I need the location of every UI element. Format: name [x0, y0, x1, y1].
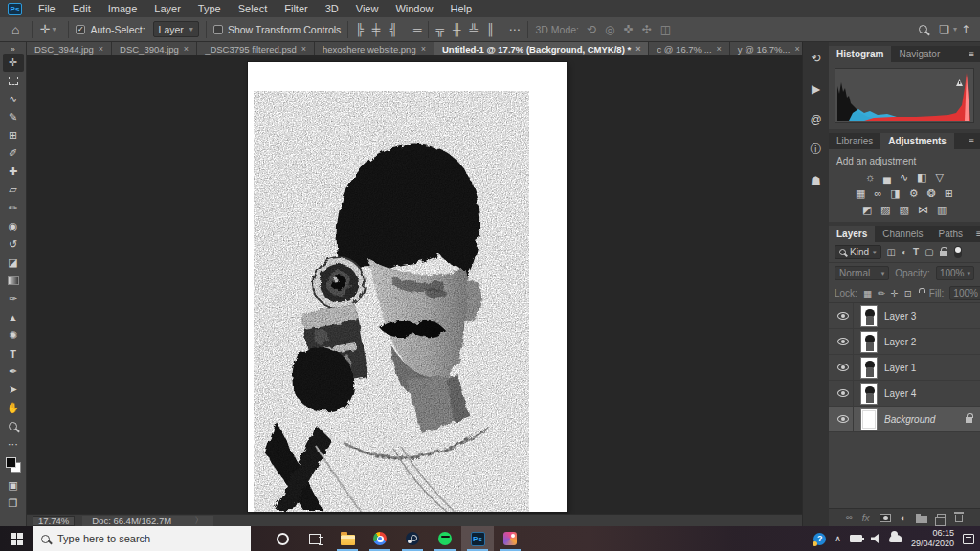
tab-y-channel[interactable]: y @ 16.7%...× — [730, 42, 809, 55]
close-icon[interactable]: × — [794, 44, 799, 54]
smudge-tool[interactable]: ✑ — [3, 290, 24, 308]
character-panel-icon[interactable]: @ — [807, 111, 826, 128]
align-top-edges-icon[interactable]: ═ — [413, 24, 422, 35]
eraser-tool[interactable]: ◪ — [3, 253, 24, 272]
share-icon[interactable]: ↥ — [961, 24, 970, 35]
tab-c-channel[interactable]: c @ 16.7% ...× — [649, 42, 729, 55]
chevron-down-icon[interactable]: ▾ — [52, 26, 56, 33]
lock-position-icon[interactable]: ✛ — [891, 288, 899, 298]
action-center-icon[interactable] — [963, 534, 974, 544]
filter-shape-layers-icon[interactable]: ▢ — [924, 247, 933, 257]
tab-histogram[interactable]: Histogram — [829, 46, 891, 62]
file-explorer-button[interactable] — [331, 526, 364, 551]
vibrance-icon[interactable]: ▽ — [936, 172, 944, 183]
cortana-button[interactable] — [266, 526, 299, 551]
marquee-tool[interactable] — [3, 72, 24, 90]
auto-select-target-dropdown[interactable]: Layer ▾ — [153, 21, 199, 37]
layer-thumbnail[interactable] — [860, 305, 878, 327]
photoshop-logo-icon[interactable]: Ps — [8, 3, 22, 15]
menu-edit[interactable]: Edit — [64, 1, 100, 16]
color-swatches[interactable] — [6, 457, 21, 473]
steam-button[interactable] — [396, 526, 429, 551]
search-icon[interactable] — [919, 25, 927, 33]
tab-dsc-3904[interactable]: DSC_3904.jpg× — [112, 42, 197, 55]
tab-adjustments[interactable]: Adjustments — [880, 133, 954, 149]
history-brush-tool[interactable]: ↺ — [3, 235, 24, 253]
taskbar-search[interactable]: Type here to search — [33, 526, 251, 551]
chrome-button[interactable] — [364, 526, 396, 551]
color-balance-icon[interactable]: ∞ — [874, 188, 881, 199]
show-transform-checkbox[interactable] — [213, 25, 223, 34]
layer-list-empty-area[interactable] — [829, 432, 980, 508]
menu-select[interactable]: Select — [230, 1, 277, 16]
channel-mixer-icon[interactable]: ❂ — [927, 188, 936, 199]
visibility-toggle[interactable] — [833, 355, 854, 380]
panel-menu-icon[interactable]: ≡ — [963, 133, 980, 149]
tray-chevron-up-icon[interactable]: ∧ — [835, 534, 841, 543]
move-tool-preset-icon[interactable]: ✛ — [39, 23, 50, 35]
visibility-toggle[interactable] — [833, 303, 854, 328]
color-lookup-icon[interactable]: ⊞ — [945, 188, 953, 199]
link-layers-icon[interactable]: ∞ — [846, 513, 853, 522]
edit-toolbar-button[interactable]: ⋯ — [3, 435, 24, 453]
add-layer-mask-icon[interactable] — [880, 514, 891, 522]
layer-row-layer2[interactable]: Layer 2 — [829, 329, 980, 355]
layer-row-layer3[interactable]: Layer 3 — [829, 303, 980, 329]
close-icon[interactable]: × — [184, 44, 189, 54]
tab-navigator[interactable]: Navigator — [891, 46, 947, 62]
layer-thumbnail[interactable] — [860, 331, 878, 353]
crop-tool[interactable]: ⊞ — [3, 126, 24, 144]
onedrive-icon[interactable] — [889, 535, 902, 542]
photo-filter-icon[interactable]: ⚙ — [909, 188, 919, 199]
actions-panel-icon[interactable]: ▶ — [807, 80, 826, 98]
move-tool[interactable]: ✛ — [3, 54, 24, 72]
invert-icon[interactable]: ◩ — [862, 205, 872, 215]
visibility-toggle[interactable] — [833, 329, 854, 354]
opacity-field[interactable]: 100% ▾ — [936, 266, 974, 280]
sponge-tool[interactable]: ✺ — [3, 326, 24, 344]
menu-file[interactable]: File — [30, 1, 64, 16]
selective-color-icon[interactable]: ▥ — [937, 205, 947, 215]
tab-paths[interactable]: Paths — [931, 226, 971, 242]
layer-filter-kind-dropdown[interactable]: Kind ▾ — [835, 245, 881, 259]
exposure-icon[interactable]: ◧ — [917, 172, 926, 183]
layer-thumbnail[interactable] — [860, 383, 878, 405]
tab-hexoshere-website[interactable]: hexoshere website.png× — [315, 42, 434, 55]
clone-stamp-tool[interactable]: ◉ — [3, 217, 24, 235]
menu-3d[interactable]: 3D — [317, 1, 347, 16]
menu-window[interactable]: Window — [387, 1, 441, 16]
levels-icon[interactable]: ▄ — [883, 172, 891, 183]
close-icon[interactable]: × — [635, 44, 640, 54]
menu-filter[interactable]: Filter — [276, 1, 316, 16]
lock-artboard-icon[interactable]: ⊡ — [904, 288, 912, 298]
layer-row-background-selected[interactable]: Background — [829, 407, 980, 432]
clone-source-panel-icon[interactable]: ☗ — [807, 172, 826, 189]
zoom-level-field[interactable]: 17.74% — [33, 516, 75, 526]
layer-row-layer1[interactable]: Layer 1 — [829, 355, 980, 381]
blend-mode-dropdown[interactable]: Normal ▾ — [835, 266, 889, 280]
workspace-switcher-icon[interactable]: ❏ — [939, 24, 949, 35]
doc-size-readout[interactable]: Doc: 66.4M/162.7M 〉 — [82, 516, 212, 526]
spot-healing-brush-tool[interactable]: ✚ — [3, 163, 24, 181]
gradient-tool[interactable] — [3, 272, 24, 290]
brush-tool[interactable]: ✏ — [3, 199, 24, 217]
speaker-icon[interactable] — [871, 534, 880, 543]
canvas-pasteboard[interactable] — [27, 55, 802, 514]
tab-dsc-3944[interactable]: DSC_3944.jpg× — [27, 42, 112, 55]
black-white-icon[interactable]: ◨ — [890, 188, 900, 199]
lasso-tool[interactable]: ∿ — [3, 90, 24, 108]
layer-effects-icon[interactable]: fx — [862, 513, 870, 523]
object-selection-tool[interactable]: ✎ — [3, 108, 24, 126]
align-horizontal-centers-icon[interactable]: ╪ — [372, 24, 381, 35]
align-left-edges-icon[interactable]: ╠ — [355, 24, 364, 35]
history-panel-icon[interactable]: ⟲ — [807, 50, 826, 67]
menu-help[interactable]: Help — [442, 1, 481, 16]
new-layer-icon[interactable] — [937, 514, 946, 521]
threshold-icon[interactable]: ▧ — [900, 205, 909, 215]
taskbar-clock[interactable]: 06:15 29/04/2020 — [911, 528, 954, 549]
tab-libraries[interactable]: Libraries — [829, 133, 880, 149]
layer-thumbnail[interactable] — [860, 357, 878, 379]
tab-channels[interactable]: Channels — [875, 226, 930, 242]
menu-image[interactable]: Image — [100, 1, 146, 16]
visibility-toggle[interactable] — [833, 407, 854, 431]
